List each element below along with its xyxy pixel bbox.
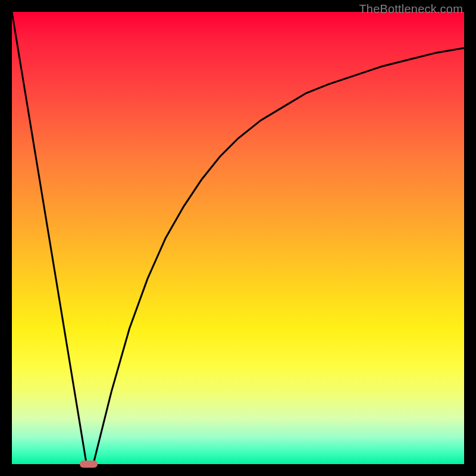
- bottom-optimum-marker: [80, 461, 98, 468]
- right-rising-curve: [93, 48, 464, 464]
- curves-svg: [12, 12, 464, 464]
- left-falling-line: [12, 12, 86, 464]
- watermark-text: TheBottleneck.com: [359, 2, 463, 16]
- chart-frame: TheBottleneck.com: [0, 0, 476, 476]
- plot-area: [12, 12, 464, 464]
